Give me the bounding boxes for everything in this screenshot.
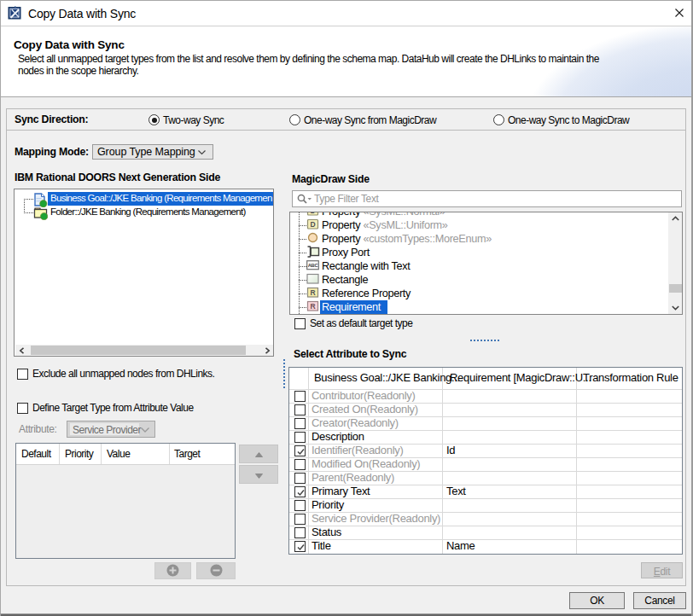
svg-text:R: R xyxy=(310,302,315,311)
svg-text:R: R xyxy=(310,288,315,297)
svg-text:ABC: ABC xyxy=(308,263,319,268)
svg-text:D: D xyxy=(310,212,315,215)
svg-text:D: D xyxy=(310,220,315,229)
